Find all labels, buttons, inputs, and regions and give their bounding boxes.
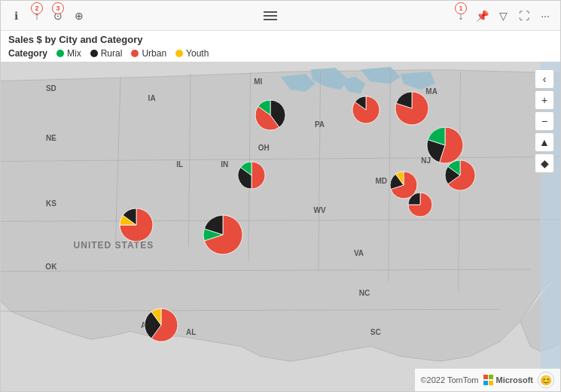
microsoft-logo: Microsoft (483, 375, 534, 385)
legend-dot-mix (56, 50, 64, 57)
microsoft-text: Microsoft (496, 375, 534, 384)
feedback-button[interactable]: 😊 (538, 372, 554, 388)
badge-2: 2 (31, 2, 43, 14)
pie-chart-p10 (407, 191, 434, 221)
expand-icon: ⛶ (519, 10, 529, 22)
more-button[interactable]: ··· (536, 7, 554, 25)
filter-button[interactable]: ▽ (494, 7, 512, 25)
legend-text-urban: Urban (142, 48, 166, 59)
pie-chart-p11 (143, 307, 179, 346)
focus-button[interactable]: ⊙ 3 (49, 7, 67, 25)
chart-title: Sales $ by City and Category (1, 31, 560, 47)
pie-chart-p4 (254, 99, 287, 135)
expand-button[interactable]: ⛶ (515, 7, 533, 25)
hamburger-menu[interactable] (264, 11, 277, 20)
legend-text-mix: Mix (67, 48, 81, 59)
ms-sq-red (483, 375, 488, 379)
badge-1: 1 (455, 2, 467, 14)
legend-dot-youth (175, 50, 183, 57)
legend-text-rural: Rural (101, 48, 123, 59)
legend-text-youth: Youth (186, 48, 209, 59)
info-button[interactable]: ℹ (7, 7, 25, 25)
pie-chart-p1 (118, 207, 154, 246)
map-ctrl-zoom-in[interactable]: + (535, 90, 554, 110)
tomtom-copyright: ©2022 TomTom (421, 375, 479, 384)
badge-3: 3 (52, 2, 64, 14)
toolbar-left: ℹ ↑ 2 ⊙ 3 ⊕ (7, 7, 88, 25)
add-icon: ⊕ (75, 10, 84, 22)
map-ctrl-back[interactable]: ‹ (535, 69, 554, 89)
pie-chart-p6 (394, 90, 430, 129)
legend-label: Category (8, 48, 47, 59)
toolbar-right: ↓ 1 📌 ▽ ⛶ ··· (452, 7, 554, 25)
more-icon: ··· (541, 10, 550, 22)
legend-item-rural: Rural (90, 48, 123, 59)
toolbar-center (264, 11, 277, 20)
info-icon: ℹ (14, 10, 18, 22)
toolbar: ℹ ↑ 2 ⊙ 3 ⊕ ↓ 1 📌 (1, 1, 560, 31)
download-button[interactable]: ↓ 1 (452, 7, 470, 25)
map-area[interactable]: SD NE KS OK IA IL IN KY AR AL OH PA WV V… (1, 62, 560, 391)
ms-sq-blue (483, 381, 488, 385)
legend-dot-urban (131, 50, 139, 57)
pin-icon: 📌 (476, 10, 489, 22)
map-footer: ©2022 TomTom Microsoft 😊 (415, 369, 561, 391)
microsoft-squares (483, 375, 494, 385)
map-controls: ‹ + − ▲ ◆ (535, 69, 554, 173)
map-ctrl-north[interactable]: ▲ (535, 132, 554, 152)
upload-button[interactable]: ↑ 2 (28, 7, 46, 25)
legend-bar: Category Mix Rural Urban Youth (1, 47, 560, 62)
legend-dot-rural (90, 50, 98, 57)
widget-container: ℹ ↑ 2 ⊙ 3 ⊕ ↓ 1 📌 (0, 0, 561, 392)
pin-button[interactable]: 📌 (473, 7, 491, 25)
legend-item-urban: Urban (131, 48, 166, 59)
map-ctrl-location[interactable]: ◆ (535, 153, 554, 173)
pie-chart-p5 (351, 95, 381, 128)
legend-item-mix: Mix (56, 48, 81, 59)
pie-chart-p3 (236, 160, 267, 193)
chart-title-text: Sales $ by City and Category (8, 34, 142, 45)
legend-item-youth: Youth (175, 48, 209, 59)
filter-icon: ▽ (499, 10, 508, 22)
map-ctrl-zoom-out[interactable]: − (535, 111, 554, 131)
ms-sq-green (489, 375, 493, 379)
add-button[interactable]: ⊕ (70, 7, 88, 25)
pie-chart-p8 (444, 159, 477, 195)
pie-chart-p2 (202, 214, 244, 259)
ms-sq-yellow (489, 381, 493, 385)
